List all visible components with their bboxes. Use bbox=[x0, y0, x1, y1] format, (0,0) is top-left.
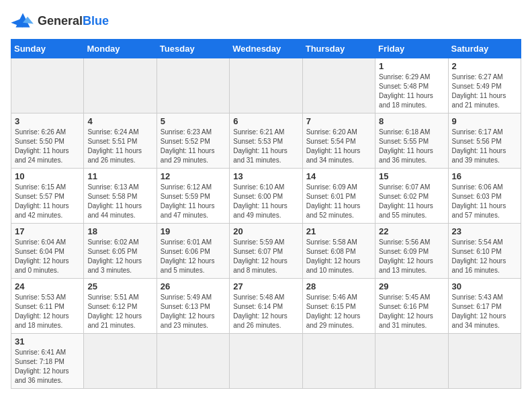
day-info: Sunrise: 5:59 AM Sunset: 6:07 PM Dayligh… bbox=[233, 238, 298, 275]
calendar-table: SundayMondayTuesdayWednesdayThursdayFrid… bbox=[11, 39, 521, 389]
day-number: 1 bbox=[379, 61, 444, 71]
day-cell: 15Sunrise: 6:07 AM Sunset: 6:02 PM Dayli… bbox=[375, 169, 448, 224]
day-number: 22 bbox=[379, 226, 444, 236]
week-row-3: 10Sunrise: 6:15 AM Sunset: 5:57 PM Dayli… bbox=[11, 169, 521, 224]
day-info: Sunrise: 6:21 AM Sunset: 5:53 PM Dayligh… bbox=[233, 128, 298, 165]
day-header-saturday: Saturday bbox=[448, 40, 521, 58]
day-number: 10 bbox=[15, 171, 80, 181]
day-cell: 31Sunrise: 6:41 AM Sunset: 7:18 PM Dayli… bbox=[11, 334, 84, 389]
day-info: Sunrise: 6:18 AM Sunset: 5:55 PM Dayligh… bbox=[379, 128, 444, 165]
day-number: 9 bbox=[452, 116, 517, 126]
day-info: Sunrise: 6:06 AM Sunset: 6:03 PM Dayligh… bbox=[452, 183, 517, 220]
day-info: Sunrise: 6:07 AM Sunset: 6:02 PM Dayligh… bbox=[379, 183, 444, 220]
day-cell bbox=[11, 58, 84, 113]
day-info: Sunrise: 6:13 AM Sunset: 5:58 PM Dayligh… bbox=[87, 183, 152, 220]
day-header-wednesday: Wednesday bbox=[230, 40, 302, 58]
day-cell bbox=[448, 334, 521, 389]
day-cell: 6Sunrise: 6:21 AM Sunset: 5:53 PM Daylig… bbox=[230, 113, 302, 169]
day-number: 28 bbox=[306, 281, 371, 291]
logo-icon bbox=[11, 11, 35, 31]
day-number: 29 bbox=[379, 281, 444, 291]
day-number: 26 bbox=[161, 281, 226, 291]
day-header-friday: Friday bbox=[375, 40, 448, 58]
day-info: Sunrise: 6:23 AM Sunset: 5:52 PM Dayligh… bbox=[161, 128, 226, 165]
day-cell: 25Sunrise: 5:51 AM Sunset: 6:12 PM Dayli… bbox=[84, 279, 157, 334]
day-cell bbox=[375, 334, 448, 389]
logo: GeneralBlue bbox=[11, 11, 109, 31]
day-number: 20 bbox=[233, 226, 298, 236]
header-row: SundayMondayTuesdayWednesdayThursdayFrid… bbox=[11, 40, 521, 58]
week-row-1: 1Sunrise: 6:29 AM Sunset: 5:48 PM Daylig… bbox=[11, 58, 521, 113]
day-info: Sunrise: 5:53 AM Sunset: 6:11 PM Dayligh… bbox=[15, 293, 80, 330]
day-cell: 19Sunrise: 6:01 AM Sunset: 6:06 PM Dayli… bbox=[157, 224, 229, 279]
day-info: Sunrise: 6:09 AM Sunset: 6:01 PM Dayligh… bbox=[306, 183, 371, 220]
day-number: 25 bbox=[87, 281, 152, 291]
day-cell: 18Sunrise: 6:02 AM Sunset: 6:05 PM Dayli… bbox=[84, 224, 157, 279]
day-info: Sunrise: 6:29 AM Sunset: 5:48 PM Dayligh… bbox=[379, 73, 444, 110]
day-header-tuesday: Tuesday bbox=[157, 40, 229, 58]
day-number: 12 bbox=[161, 171, 226, 181]
day-info: Sunrise: 5:43 AM Sunset: 6:17 PM Dayligh… bbox=[452, 293, 517, 330]
day-info: Sunrise: 6:27 AM Sunset: 5:49 PM Dayligh… bbox=[452, 73, 517, 110]
day-cell: 12Sunrise: 6:12 AM Sunset: 5:59 PM Dayli… bbox=[157, 169, 229, 224]
day-header-sunday: Sunday bbox=[11, 40, 84, 58]
day-info: Sunrise: 6:24 AM Sunset: 5:51 PM Dayligh… bbox=[87, 128, 152, 165]
day-header-monday: Monday bbox=[84, 40, 157, 58]
day-number: 19 bbox=[161, 226, 226, 236]
day-number: 13 bbox=[233, 171, 298, 181]
day-info: Sunrise: 5:51 AM Sunset: 6:12 PM Dayligh… bbox=[87, 293, 152, 330]
day-info: Sunrise: 6:12 AM Sunset: 5:59 PM Dayligh… bbox=[161, 183, 226, 220]
calendar-header: SundayMondayTuesdayWednesdayThursdayFrid… bbox=[11, 40, 521, 58]
day-number: 16 bbox=[452, 171, 517, 181]
day-info: Sunrise: 6:26 AM Sunset: 5:50 PM Dayligh… bbox=[15, 128, 80, 165]
day-number: 6 bbox=[233, 116, 298, 126]
day-info: Sunrise: 6:04 AM Sunset: 6:04 PM Dayligh… bbox=[15, 238, 80, 275]
day-cell bbox=[84, 58, 157, 113]
day-cell: 22Sunrise: 5:56 AM Sunset: 6:09 PM Dayli… bbox=[375, 224, 448, 279]
day-info: Sunrise: 6:10 AM Sunset: 6:00 PM Dayligh… bbox=[233, 183, 298, 220]
day-cell: 14Sunrise: 6:09 AM Sunset: 6:01 PM Dayli… bbox=[302, 169, 375, 224]
day-number: 7 bbox=[306, 116, 371, 126]
calendar-body: 1Sunrise: 6:29 AM Sunset: 5:48 PM Daylig… bbox=[11, 58, 521, 389]
day-cell bbox=[302, 58, 375, 113]
day-info: Sunrise: 5:54 AM Sunset: 6:10 PM Dayligh… bbox=[452, 238, 517, 275]
day-cell: 23Sunrise: 5:54 AM Sunset: 6:10 PM Dayli… bbox=[448, 224, 521, 279]
day-number: 31 bbox=[15, 336, 80, 347]
day-cell: 4Sunrise: 6:24 AM Sunset: 5:51 PM Daylig… bbox=[84, 113, 157, 169]
logo-text: GeneralBlue bbox=[38, 14, 109, 28]
day-info: Sunrise: 5:45 AM Sunset: 6:16 PM Dayligh… bbox=[379, 293, 444, 330]
day-cell: 28Sunrise: 5:46 AM Sunset: 6:15 PM Dayli… bbox=[302, 279, 375, 334]
day-cell: 24Sunrise: 5:53 AM Sunset: 6:11 PM Dayli… bbox=[11, 279, 84, 334]
day-cell: 13Sunrise: 6:10 AM Sunset: 6:00 PM Dayli… bbox=[230, 169, 302, 224]
header: GeneralBlue bbox=[11, 11, 521, 31]
week-row-5: 24Sunrise: 5:53 AM Sunset: 6:11 PM Dayli… bbox=[11, 279, 521, 334]
day-number: 11 bbox=[87, 171, 152, 181]
day-info: Sunrise: 6:41 AM Sunset: 7:18 PM Dayligh… bbox=[15, 348, 80, 385]
day-info: Sunrise: 5:58 AM Sunset: 6:08 PM Dayligh… bbox=[306, 238, 371, 275]
day-number: 30 bbox=[452, 281, 517, 291]
day-number: 14 bbox=[306, 171, 371, 181]
day-info: Sunrise: 5:49 AM Sunset: 6:13 PM Dayligh… bbox=[161, 293, 226, 330]
day-info: Sunrise: 5:46 AM Sunset: 6:15 PM Dayligh… bbox=[306, 293, 371, 330]
day-header-thursday: Thursday bbox=[302, 40, 375, 58]
day-info: Sunrise: 6:02 AM Sunset: 6:05 PM Dayligh… bbox=[87, 238, 152, 275]
day-cell: 9Sunrise: 6:17 AM Sunset: 5:56 PM Daylig… bbox=[448, 113, 521, 169]
day-number: 21 bbox=[306, 226, 371, 236]
day-info: Sunrise: 5:48 AM Sunset: 6:14 PM Dayligh… bbox=[233, 293, 298, 330]
day-number: 15 bbox=[379, 171, 444, 181]
day-number: 23 bbox=[452, 226, 517, 236]
day-number: 5 bbox=[161, 116, 226, 126]
day-cell: 11Sunrise: 6:13 AM Sunset: 5:58 PM Dayli… bbox=[84, 169, 157, 224]
day-number: 2 bbox=[452, 61, 517, 71]
day-cell: 27Sunrise: 5:48 AM Sunset: 6:14 PM Dayli… bbox=[230, 279, 302, 334]
day-cell bbox=[230, 334, 302, 389]
day-info: Sunrise: 5:56 AM Sunset: 6:09 PM Dayligh… bbox=[379, 238, 444, 275]
day-cell bbox=[157, 58, 229, 113]
day-cell bbox=[302, 334, 375, 389]
day-cell: 7Sunrise: 6:20 AM Sunset: 5:54 PM Daylig… bbox=[302, 113, 375, 169]
day-number: 8 bbox=[379, 116, 444, 126]
day-cell bbox=[157, 334, 229, 389]
day-cell: 10Sunrise: 6:15 AM Sunset: 5:57 PM Dayli… bbox=[11, 169, 84, 224]
day-number: 24 bbox=[15, 281, 80, 291]
day-cell: 17Sunrise: 6:04 AM Sunset: 6:04 PM Dayli… bbox=[11, 224, 84, 279]
